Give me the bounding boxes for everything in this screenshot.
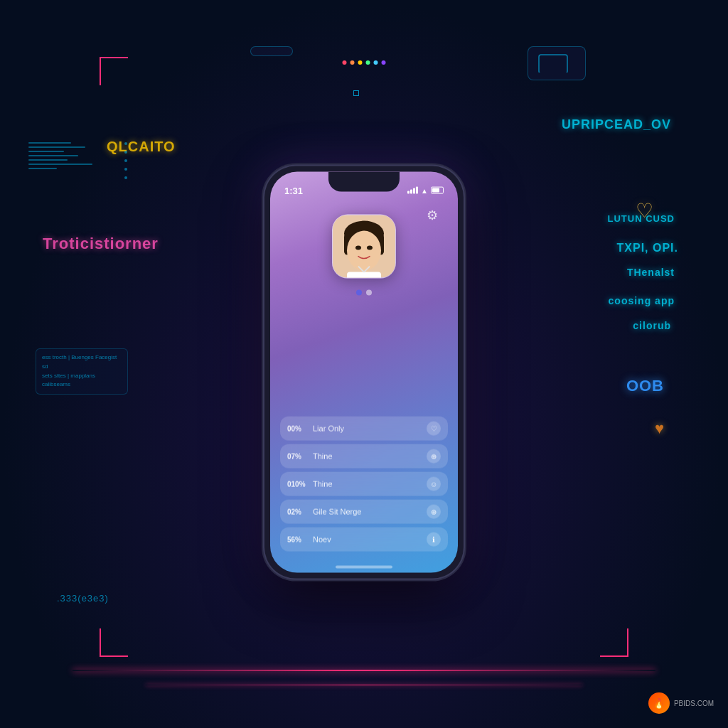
battery-icon	[431, 187, 444, 194]
watermark-logo: 🔥	[648, 692, 670, 714]
neon-line-bottom	[73, 670, 655, 671]
code-line	[28, 168, 57, 169]
left-data-panel: ess trocth | Buenges Facegist sd sets st…	[36, 348, 128, 395]
signal-bar-4	[416, 187, 418, 194]
label-coosing: coosing app	[609, 295, 675, 306]
v-dot	[124, 168, 127, 171]
list-item-4[interactable]: 02% Gile Sit Nerge ⊕	[280, 500, 448, 524]
list-item-5[interactable]: 56% Noev ℹ	[280, 528, 448, 552]
dot-yellow	[358, 60, 363, 65]
wifi-icon: ▲	[421, 186, 428, 194]
v-dot	[124, 142, 127, 145]
svg-point-9	[367, 246, 373, 250]
list-item-3-icon: ☺	[427, 477, 441, 491]
neon-line-bottom2	[146, 685, 582, 685]
battery-fill	[432, 188, 439, 193]
phone-wrapper: 1:31 ▲ ⚙	[264, 166, 464, 579]
signal-bar-2	[410, 190, 412, 194]
heart-icon-bottom-right: ♥	[655, 419, 664, 438]
signal-bar-3	[413, 188, 415, 194]
code-line	[28, 164, 92, 165]
page-dots	[356, 290, 372, 296]
bracket-icon	[353, 90, 359, 96]
v-dot	[124, 176, 127, 179]
list-item-1-icon: ♡	[427, 422, 441, 436]
code-line	[28, 155, 78, 156]
decorative-dots-row	[343, 60, 386, 65]
list-item-4-label: Gile Sit Nerge	[313, 508, 421, 516]
code-lines-decoration	[28, 142, 92, 169]
svg-rect-11	[347, 272, 381, 278]
label-thenalst: THenalst	[627, 267, 675, 278]
v-dot	[124, 151, 127, 154]
code-line	[28, 151, 64, 152]
list-item-5-label: Noev	[313, 535, 421, 544]
list-item-2[interactable]: 07% Thine ⊕	[280, 444, 448, 469]
phone-notch	[328, 172, 400, 192]
camera-dot	[360, 178, 368, 185]
dot-orange	[350, 60, 355, 65]
status-time: 1:31	[284, 185, 303, 196]
vertical-dot-line	[124, 142, 127, 179]
top-floating-box-left	[250, 46, 293, 56]
label-oob: OOB	[626, 377, 664, 395]
v-dot	[124, 159, 127, 162]
svg-rect-0	[539, 55, 567, 73]
phone-screen: 1:31 ▲ ⚙	[270, 172, 458, 573]
settings-gear-button[interactable]: ⚙	[427, 208, 444, 225]
corner-bracket-br	[600, 628, 628, 657]
code-line	[28, 142, 71, 144]
label-cilorub: cilorub	[633, 320, 671, 331]
list-item-3-label: Thine	[313, 480, 421, 488]
status-icons: ▲	[407, 186, 444, 194]
label-txpi: TXPI, OPI.	[617, 242, 678, 255]
data-panel-text: ess trocth | Buenges Facegist sd sets st…	[42, 353, 122, 390]
list-container: 00% Liar Only ♡ 07% Thine ⊕ 010% Thine ☺…	[280, 417, 448, 552]
avatar-section	[332, 215, 396, 296]
list-item-3-percent: 010%	[287, 480, 307, 488]
watermark: 🔥 PBIDS.COM	[648, 692, 714, 714]
label-troticistiorner: Troticistiorner	[43, 235, 159, 253]
page-dot-2	[366, 290, 372, 296]
watermark-text: PBIDS.COM	[674, 700, 714, 707]
code-line	[28, 146, 85, 148]
code-line	[28, 159, 68, 161]
screen-icon	[535, 51, 578, 73]
list-item-5-percent: 56%	[287, 535, 307, 543]
list-item-1-label: Liar Only	[313, 424, 421, 433]
list-item-2-percent: 07%	[287, 452, 307, 460]
list-item-5-icon: ℹ	[427, 532, 441, 547]
list-item-3[interactable]: 010% Thine ☺	[280, 472, 448, 496]
avatar-frame	[332, 215, 396, 279]
list-item-1-percent: 00%	[287, 424, 307, 432]
corner-bracket-tl	[100, 57, 128, 85]
svg-point-7	[347, 231, 381, 271]
dot-green	[366, 60, 370, 65]
heart-icon-right: ♡	[636, 199, 653, 223]
dot-purple	[382, 60, 386, 65]
phone-body: 1:31 ▲ ⚙	[264, 166, 464, 579]
list-item-4-percent: 02%	[287, 508, 307, 515]
dot-cyan	[374, 60, 378, 65]
list-item-2-label: Thine	[313, 452, 421, 461]
corner-bracket-bl	[100, 628, 128, 657]
dot-red	[343, 60, 347, 65]
signal-bars	[407, 187, 418, 194]
signal-bar-1	[407, 191, 410, 194]
label-qlcaito: QLCAITO	[107, 139, 176, 155]
home-indicator	[336, 566, 392, 569]
top-floating-box-right	[528, 46, 586, 80]
list-item-2-icon: ⊕	[427, 449, 441, 464]
label-upripcead: UPRIPCEAD_OV	[562, 117, 671, 132]
svg-point-8	[355, 246, 361, 250]
list-item-1[interactable]: 00% Liar Only ♡	[280, 417, 448, 441]
list-item-4-icon: ⊕	[427, 505, 441, 519]
bottom-left-label: .333(e3e3)	[57, 593, 109, 604]
avatar-image	[333, 215, 395, 278]
page-dot-1	[356, 290, 362, 296]
